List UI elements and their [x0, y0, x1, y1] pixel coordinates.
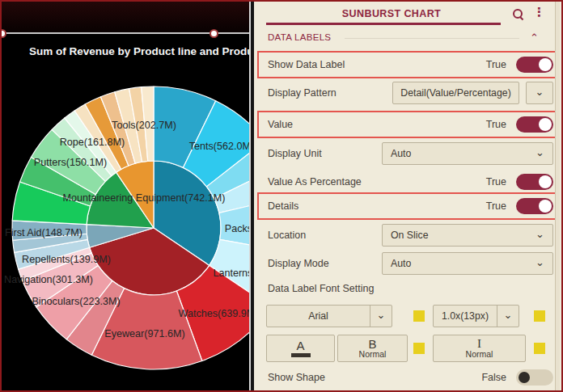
value-toggle[interactable]: [516, 116, 553, 133]
show-shape-toggle[interactable]: [516, 369, 553, 386]
value-label: Value: [268, 119, 293, 130]
bold-button[interactable]: B Normal: [337, 335, 408, 362]
display-pattern-label: Display Pattern: [268, 87, 337, 99]
display-unit-value: Auto: [391, 148, 411, 159]
font-row-2: A B Normal I Normal: [266, 335, 553, 362]
section-header: DATA LABELS: [268, 32, 331, 42]
slice-data-label: Navigation(301.3M): [4, 274, 93, 285]
font-row-1: Arial ⌄ 1.0x(13px) ⌄: [266, 305, 553, 327]
slice-data-label: Packs(: [225, 223, 249, 234]
row-display-unit: Display Unit Auto ⌄: [268, 142, 553, 165]
slice-data-label: Eyewear(971.6M): [104, 328, 184, 339]
slice-data-label: Binoculars(223.3M): [32, 296, 120, 307]
chevron-down-icon: ⌄: [535, 230, 544, 238]
row-display-mode: Display Mode Auto ⌄: [268, 252, 553, 275]
style-swatch[interactable]: [534, 310, 545, 322]
chart-title: Sum of Revenue by Product line and Produ: [29, 45, 249, 57]
italic-button[interactable]: I Normal: [433, 335, 526, 362]
value-value: True: [486, 119, 506, 130]
app-window: Tools(202.7M)Rope(161.8M)Putters(150.1M)…: [0, 0, 563, 392]
slice-data-label: Tents(562.0M): [189, 141, 249, 152]
slice-data-label: Tools(202.7M): [112, 120, 176, 131]
font-size-value: 1.0x(13px): [434, 310, 497, 322]
chevron-down-icon: ⌄: [377, 311, 386, 319]
display-unit-select[interactable]: Auto ⌄: [382, 142, 553, 165]
font-size-select[interactable]: 1.0x(13px) ⌄: [433, 305, 519, 327]
row-display-pattern: Display Pattern Detail(Value/Percentage)…: [268, 82, 553, 104]
row-show-data-label: Show Data Label True: [268, 55, 553, 74]
chevron-down-icon: ⌄: [504, 311, 513, 319]
details-label: Details: [268, 200, 298, 212]
display-pattern-dropdown-button[interactable]: ⌄: [526, 82, 553, 104]
style-swatch[interactable]: [413, 310, 425, 322]
show-shape-label: Show Shape: [268, 372, 325, 383]
font-color-letter: A: [296, 339, 304, 352]
kebab-menu-icon[interactable]: ⋮: [533, 5, 545, 19]
selection-handle[interactable]: [210, 29, 218, 38]
font-color-button[interactable]: A: [266, 335, 335, 362]
slice-data-label: Repellents(139.9M): [22, 254, 111, 265]
bold-letter: B: [368, 338, 376, 350]
show-shape-value: False: [481, 372, 506, 383]
slice-data-label: Rope(161.8M): [60, 137, 125, 148]
panel-scrollbar[interactable]: [555, 2, 560, 390]
show-data-label-toggle[interactable]: [516, 57, 553, 73]
location-value: On Slice: [391, 230, 428, 241]
row-value: Value True: [268, 115, 553, 134]
slice-data-label: Lanterns(: [213, 268, 249, 279]
location-label: Location: [268, 230, 306, 241]
value-as-percentage-toggle[interactable]: [516, 174, 553, 190]
bold-value: Normal: [359, 350, 387, 359]
slice-data-label: First Aid(148.7M): [5, 227, 83, 238]
display-pattern-value: Detail(Value/Percentage): [400, 87, 510, 99]
settings-panel: SUNBURST CHART ⋮ DATA LABELS ⌃ Show Data…: [254, 2, 561, 390]
section-divider: [345, 38, 519, 39]
display-mode-value: Auto: [391, 258, 411, 269]
row-show-shape: Show Shape False: [268, 368, 553, 387]
row-details: Details True: [268, 196, 553, 216]
style-swatch[interactable]: [413, 343, 425, 354]
location-select[interactable]: On Slice ⌄: [382, 224, 553, 247]
style-swatch[interactable]: [534, 343, 545, 354]
chevron-down-icon: ⌄: [535, 88, 544, 96]
show-data-label-value: True: [486, 59, 506, 70]
value-as-percentage-label: Value As Percentage: [268, 176, 362, 188]
collapse-chevron-icon[interactable]: ⌃: [530, 32, 539, 44]
display-pattern-select[interactable]: Detail(Value/Percentage): [392, 82, 519, 104]
chart-canvas[interactable]: Tools(202.7M)Rope(161.8M)Putters(150.1M)…: [2, 2, 249, 390]
show-data-label-label: Show Data Label: [268, 59, 345, 70]
details-toggle[interactable]: [516, 198, 553, 214]
chevron-down-icon: ⌄: [535, 259, 544, 267]
font-color-bar: [291, 353, 311, 357]
italic-value: Normal: [466, 350, 493, 359]
slice-data-label: Watches(639.9M): [179, 308, 249, 319]
slice-data-label: Putters(150.1M): [34, 157, 107, 168]
display-mode-select[interactable]: Auto ⌄: [382, 252, 553, 275]
display-mode-label: Display Mode: [268, 258, 329, 269]
sunburst-svg[interactable]: Tools(202.7M)Rope(161.8M)Putters(150.1M)…: [2, 2, 249, 390]
search-icon[interactable]: [513, 9, 524, 20]
font-setting-label: Data Label Font Setting: [268, 283, 374, 294]
value-as-percentage-value: True: [486, 176, 506, 188]
display-unit-label: Display Unit: [268, 148, 322, 159]
details-value: True: [486, 200, 506, 212]
italic-letter: I: [477, 338, 481, 350]
row-location: Location On Slice ⌄: [268, 224, 553, 247]
slice-data-label: Mountaineering Equipment(742.1M): [63, 192, 226, 204]
row-value-as-percentage: Value As Percentage True: [268, 172, 553, 192]
chevron-down-icon: ⌄: [535, 149, 544, 157]
font-family-value: Arial: [267, 310, 370, 322]
font-family-select[interactable]: Arial ⌄: [266, 305, 392, 327]
panel-title-underline: [266, 23, 501, 25]
